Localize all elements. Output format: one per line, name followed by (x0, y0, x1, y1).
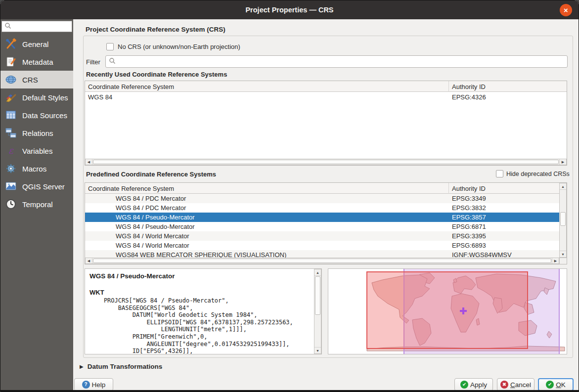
sidebar-item-crs[interactable]: CRS (0, 71, 73, 88)
wkt-text: PROJCRS["WGS 84 / Pseudo-Mercator", BASE… (89, 297, 312, 354)
brush-icon (5, 91, 17, 103)
column-header-crs[interactable]: Coordinate Reference System (85, 183, 449, 194)
sidebar-item-label: Temporal (22, 200, 53, 209)
crs-details-panel: WGS 84 / Pseudo-Mercator WKT PROJCRS["WG… (85, 268, 322, 354)
help-icon: ? (82, 381, 90, 389)
server-icon (5, 180, 17, 192)
scroll-left-icon[interactable]: ◀ (86, 159, 92, 165)
close-button[interactable]: × (560, 4, 572, 16)
no-crs-checkbox[interactable] (106, 43, 114, 50)
expander-arrow-icon: ▶ (80, 364, 84, 369)
close-icon: × (564, 6, 568, 14)
crs-row-epsg-3857[interactable]: WGS 84 / Pseudo-Mercator EPSG:3857 (85, 213, 559, 222)
settings-nav: General Metadata CRS Default Styles (0, 35, 73, 213)
search-icon (109, 57, 116, 66)
sidebar-search-input[interactable] (13, 23, 63, 30)
vertical-scrollbar[interactable]: ▲ ▼ (559, 183, 567, 258)
scrollbar-thumb[interactable] (560, 212, 566, 226)
sidebar-item-default-styles[interactable]: Default Styles (0, 88, 73, 106)
crs-row-epsg-6871[interactable]: WGS 84 / Pseudo-Mercator EPSG:6871 (85, 222, 559, 231)
svg-text:ε: ε (8, 145, 14, 156)
sidebar-search[interactable] (1, 21, 72, 32)
relations-icon (5, 127, 17, 139)
table-body: WGS 84 / PDC Mercator EPSG:3349 WGS 84 /… (85, 194, 559, 258)
filter-input[interactable] (118, 58, 567, 65)
scrollbar-thumb[interactable] (93, 259, 551, 263)
settings-sidebar: General Metadata CRS Default Styles (0, 19, 73, 390)
filter-field[interactable] (105, 55, 568, 68)
scroll-down-icon[interactable]: ▼ (314, 347, 321, 353)
sidebar-item-qgis-server[interactable]: QGIS Server (0, 177, 73, 195)
table-icon (5, 109, 17, 121)
clock-icon (5, 198, 17, 210)
ok-button[interactable]: ✔ OK (538, 378, 574, 391)
sidebar-item-general[interactable]: General (0, 35, 73, 53)
datum-transformations-expander[interactable]: ▶ Datum Transformations (80, 363, 162, 370)
vertical-scrollbar[interactable]: ▲ ▼ (314, 269, 321, 354)
titlebar: Project Properties — CRS × (0, 0, 579, 19)
sidebar-item-metadata[interactable]: Metadata (0, 53, 73, 71)
column-header-crs[interactable]: Coordinate Reference System (85, 81, 449, 92)
crs-row-epsg-3395[interactable]: WGS 84 / World Mercator EPSG:3395 (85, 231, 559, 241)
sidebar-item-label: Relations (22, 129, 53, 137)
sidebar-item-label: Variables (22, 147, 52, 155)
scrollbar-thumb[interactable] (315, 276, 320, 315)
check-icon: ✔ (460, 381, 468, 389)
world-map (328, 269, 567, 354)
help-button[interactable]: ? Help (74, 378, 113, 391)
sidebar-item-macros[interactable]: Macros (0, 160, 73, 177)
search-icon (4, 22, 11, 31)
scroll-right-icon[interactable]: ▶ (559, 159, 566, 165)
epsilon-icon: ε (5, 145, 17, 157)
horizontal-scrollbar[interactable]: ◀ ▶ (85, 258, 559, 264)
sidebar-item-relations[interactable]: Relations (0, 124, 73, 142)
scroll-left-icon[interactable]: ◀ (86, 258, 92, 263)
crs-page: Project Coordinate Reference System (CRS… (73, 19, 579, 390)
crs-row-wgs-84[interactable]: WGS 84 EPSG:4326 (85, 92, 567, 102)
page-title: Project Coordinate Reference System (CRS… (86, 26, 225, 33)
no-crs-row: No CRS (or unknown/non-Earth projection) (106, 43, 240, 50)
sidebar-item-label: Data Sources (22, 111, 67, 120)
sidebar-item-label: CRS (22, 76, 38, 84)
table-body: WGS 84 EPSG:4326 (85, 92, 567, 159)
crs-row-epsg-6893[interactable]: WGS 84 / World Mercator EPSG:6893 (85, 241, 559, 250)
sidebar-item-data-sources[interactable]: Data Sources (0, 106, 73, 124)
crs-row-epsg-3832[interactable]: WGS 84 / PDC Mercator EPSG:3832 (85, 203, 559, 213)
crs-groupbox: No CRS (or unknown/non-Earth projection)… (83, 36, 573, 358)
scroll-down-icon[interactable]: ▼ (560, 251, 566, 257)
hide-deprecated-checkbox[interactable] (496, 170, 503, 177)
filter-label: Filter (86, 58, 100, 66)
sidebar-item-variables[interactable]: ε Variables (0, 142, 73, 160)
table-header: Coordinate Reference System Authority ID (85, 81, 567, 92)
cancel-button[interactable]: ✖ Cancel (497, 378, 534, 391)
hide-deprecated-label: Hide deprecated CRSs (506, 171, 570, 177)
scrollbar-thumb[interactable] (93, 160, 559, 164)
sidebar-item-label: Default Styles (22, 93, 68, 102)
column-header-authority[interactable]: Authority ID (449, 183, 567, 194)
sidebar-item-label: QGIS Server (22, 182, 65, 191)
scroll-right-icon[interactable]: ▶ (552, 258, 559, 263)
sidebar-item-label: Metadata (22, 58, 53, 66)
crs-extent-preview (328, 268, 567, 354)
crs-row-ignf-wgs84wmsv[interactable]: WGS84 WEB MERCATOR SPHERIQUE (VISUALISAT… (85, 250, 559, 258)
crs-row-epsg-3349[interactable]: WGS 84 / PDC Mercator EPSG:3349 (85, 194, 559, 203)
hide-deprecated-row: Hide deprecated CRSs (496, 170, 570, 177)
dialog-title: Project Properties — CRS (245, 6, 333, 14)
scroll-up-icon[interactable]: ▲ (314, 269, 321, 276)
sidebar-item-label: General (22, 40, 48, 48)
metadata-icon (5, 56, 17, 68)
column-header-authority[interactable]: Authority ID (449, 81, 567, 92)
project-properties-dialog: Project Properties — CRS × General Metad… (0, 0, 579, 392)
sidebar-item-temporal[interactable]: Temporal (0, 195, 73, 213)
scroll-up-icon[interactable]: ▲ (560, 183, 566, 190)
predefined-crs-title: Predefined Coordinate Reference Systems (86, 171, 216, 178)
datum-transformations-label: Datum Transformations (88, 363, 163, 370)
horizontal-scrollbar[interactable]: ◀ ▶ (85, 159, 567, 165)
predefined-crs-table: Coordinate Reference System Authority ID… (85, 182, 567, 264)
no-crs-label: No CRS (or unknown/non-Earth projection) (118, 43, 240, 50)
gear-icon (5, 163, 17, 174)
recent-crs-table: Coordinate Reference System Authority ID… (85, 81, 567, 166)
globe-icon (5, 74, 17, 86)
sidebar-item-label: Macros (22, 165, 46, 173)
apply-button[interactable]: ✔ Apply (454, 378, 493, 391)
